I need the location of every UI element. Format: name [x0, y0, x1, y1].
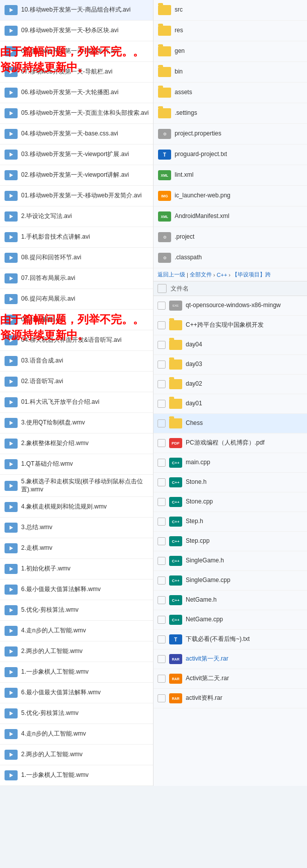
list-item[interactable]: .settings [154, 103, 307, 124]
list-item[interactable]: T proguard-project.txt [154, 144, 307, 165]
cpp-link[interactable]: C++ [217, 272, 227, 278]
list-item[interactable]: C++ main.cpp [154, 453, 307, 473]
list-item[interactable]: day01 [154, 394, 307, 414]
list-item[interactable]: T 下载必看(不看后悔~).txt [154, 630, 307, 649]
list-item[interactable]: 4.象棋走棋规则和轮流规则.wmv [0, 497, 153, 518]
list-item[interactable]: ⚙ .project [154, 227, 307, 248]
file-checkbox[interactable] [158, 518, 166, 526]
file-checkbox[interactable] [158, 380, 166, 388]
file-checkbox[interactable] [158, 675, 166, 683]
file-checkbox[interactable] [158, 439, 166, 447]
list-item[interactable]: 2.两步的人工智能.wmv [0, 745, 153, 765]
list-item[interactable]: 08.移动web开发第一天-商品卡片.avi [0, 41, 153, 62]
list-item[interactable]: 6.最小值最大值算法解释.wmv [0, 580, 153, 600]
list-item[interactable]: 2.毕设论文写法.avi [0, 206, 153, 227]
list-item[interactable]: 4.走n步的人工智能.wmv [0, 724, 153, 745]
list-item[interactable]: 5.象棋选子和走棋实现(棋子移动到鼠标点击位置).wmv [0, 475, 153, 497]
list-item[interactable]: 2.两步的人工智能.wmv [0, 641, 153, 662]
list-item[interactable]: 08.提问和回答环节.avi [0, 248, 153, 268]
list-item[interactable]: 2.走棋.wmv [0, 538, 153, 559]
project-link[interactable]: 【毕设项目】跨 [232, 271, 271, 278]
file-checkbox[interactable] [158, 419, 166, 427]
list-item[interactable]: 1.初始化棋子.wmv [0, 559, 153, 580]
list-item[interactable]: bin [154, 62, 307, 83]
list-item[interactable]: 5.优化-剪枝算法.wmv [0, 600, 153, 621]
list-item[interactable]: RAR Activit第二天.rar [154, 669, 307, 689]
list-item[interactable]: 04.移动web开发第一天-base.css.avi [0, 124, 153, 144]
list-item[interactable]: 1.一步象棋人工智能.wmv [0, 662, 153, 683]
list-item[interactable]: 06.移动web开发第一天-大轮播图.avi [0, 83, 153, 103]
list-item[interactable]: C++ Step.h [154, 512, 307, 532]
all-files-link[interactable]: 全部文件 [190, 271, 212, 278]
file-checkbox[interactable] [158, 694, 166, 702]
file-checkbox[interactable] [158, 478, 166, 486]
list-item[interactable]: C++ Step.cpp [154, 532, 307, 551]
list-item[interactable]: C++ SingleGame.cpp [154, 571, 307, 591]
list-item[interactable]: 05.移动web开发第一天-页面主体和头部搜索.avi [0, 103, 153, 124]
list-item[interactable]: 01.科大讯飞开放平台介绍.avi [0, 392, 153, 413]
list-item[interactable]: XML lint.xml [154, 165, 307, 186]
list-item[interactable]: C++ Stone.cpp [154, 492, 307, 512]
file-checkbox[interactable] [158, 576, 166, 585]
list-item[interactable]: 10.移动web开发第一天-商品组合样式.avi [0, 0, 153, 21]
file-checkbox[interactable] [158, 557, 166, 565]
list-item[interactable]: 06.提问布局展示.avi [0, 289, 153, 310]
list-item[interactable]: 05.Json解析.avi [0, 310, 153, 330]
list-item[interactable]: 07.回答布局展示.avi [0, 268, 153, 289]
list-item[interactable]: C++ SingleGame.h [154, 551, 307, 571]
list-item[interactable]: 1.一步象棋人工智能.wmv [0, 765, 153, 786]
list-item[interactable]: EXE qt-opensource-windows-x86-mingw [154, 296, 307, 316]
file-checkbox[interactable] [158, 400, 166, 408]
list-item[interactable]: RAR activit资料.rar [154, 689, 307, 708]
file-checkbox[interactable] [158, 498, 166, 506]
list-item[interactable]: res [154, 21, 307, 41]
list-item[interactable]: 01.移动web开发第一天-移动web开发简介.avi [0, 186, 153, 206]
list-item[interactable]: C++跨平台实现中国象棋开发 [154, 316, 307, 335]
list-item[interactable]: 02.语音听写.avi [0, 372, 153, 392]
file-checkbox[interactable] [158, 321, 166, 329]
chess-folder-item[interactable]: Chess [154, 414, 307, 433]
file-checkbox[interactable] [158, 341, 166, 349]
list-item[interactable]: 3.使用QT绘制棋盘.wmv [0, 413, 153, 433]
list-item[interactable]: 04.聊天机器人界面开发&语音听写.avi [0, 330, 153, 351]
file-checkbox[interactable] [158, 537, 166, 545]
select-all-checkbox[interactable] [158, 284, 167, 293]
list-item[interactable]: assets [154, 83, 307, 103]
list-item[interactable]: C++ NetGame.h [154, 591, 307, 610]
file-checkbox[interactable] [158, 596, 166, 604]
list-item[interactable]: C++ NetGame.cpp [154, 610, 307, 630]
list-item[interactable]: src [154, 0, 307, 21]
list-item[interactable]: 2.象棋整体框架介绍.wmv [0, 433, 153, 454]
list-item[interactable]: 6.最小值最大值算法解释.wmv [0, 683, 153, 703]
file-checkbox[interactable] [158, 302, 166, 310]
list-item[interactable]: RAR activit第一天.rar [154, 649, 307, 669]
list-item[interactable]: 03.语音合成.avi [0, 351, 153, 372]
file-name[interactable]: activit第一天.rar [186, 655, 228, 663]
back-link[interactable]: 返回上一级 [158, 271, 185, 278]
list-item[interactable]: 03.移动web开发第一天-viewport扩展.avi [0, 144, 153, 165]
list-item[interactable]: 02.移动web开发第一天-viewport讲解.avi [0, 165, 153, 186]
file-checkbox[interactable] [158, 655, 166, 663]
list-item[interactable]: 4.走n步的人工智能.wmv [0, 621, 153, 641]
list-item[interactable]: C++ Stone.h [154, 473, 307, 492]
list-item[interactable]: day04 [154, 335, 307, 355]
file-checkbox[interactable] [158, 360, 166, 369]
list-item[interactable]: XML AndroidManifest.xml [154, 206, 307, 227]
list-item[interactable]: IMG ic_launcher-web.png [154, 186, 307, 206]
list-item[interactable]: 3.总结.wmv [0, 518, 153, 538]
file-checkbox[interactable] [158, 616, 166, 624]
list-item[interactable]: gen [154, 41, 307, 62]
list-item[interactable]: PDF PC游戏编程（人机博弈）.pdf [154, 433, 307, 453]
file-checkbox[interactable] [158, 635, 166, 643]
list-item[interactable]: 1.手机影音技术点讲解.avi [0, 227, 153, 248]
file-name: 04.聊天机器人界面开发&语音听写.avi [21, 336, 121, 344]
list-item[interactable]: 07.移动web开发第一天-导航栏.avi [0, 62, 153, 83]
list-item[interactable]: 1.QT基础介绍.wmv [0, 454, 153, 475]
list-item[interactable]: day02 [154, 375, 307, 394]
list-item[interactable]: 5.优化-剪枝算法.wmv [0, 703, 153, 724]
list-item[interactable]: 09.移动web开发第一天-秒杀区块.avi [0, 21, 153, 41]
list-item[interactable]: day03 [154, 355, 307, 375]
list-item[interactable]: ⚙ .classpath [154, 248, 307, 268]
file-checkbox[interactable] [158, 459, 166, 467]
list-item[interactable]: ⚙ project.properties [154, 124, 307, 144]
